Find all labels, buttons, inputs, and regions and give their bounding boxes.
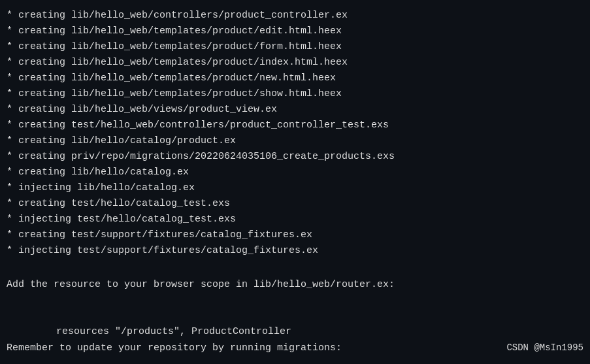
terminal-line-11: * injecting lib/hello/catalog.ex (7, 180, 583, 196)
blank-line-2 (7, 293, 583, 308)
terminal-line-10: * creating lib/hello/catalog.ex (7, 165, 583, 180)
terminal-line-9: * creating priv/repo/migrations/20220624… (7, 149, 583, 165)
terminal-line-15: * injecting test/support/fixtures/catalo… (7, 243, 583, 259)
terminal-line-8: * creating lib/hello/catalog/product.ex (7, 133, 583, 149)
terminal-line-7: * creating test/hello_web/controllers/pr… (7, 118, 583, 133)
terminal-line-2: * creating lib/hello_web/templates/produ… (7, 39, 583, 55)
terminal-line-13: * injecting test/hello/catalog_test.exs (7, 212, 583, 227)
csdn-badge: CSDN @MsIn1995 (506, 340, 583, 356)
blank-line-1 (7, 259, 583, 274)
blank-line-3 (7, 356, 583, 364)
terminal-line-3: * creating lib/hello_web/templates/produ… (7, 55, 583, 71)
terminal-line-1: * creating lib/hello_web/templates/produ… (7, 24, 583, 39)
terminal-line-12: * creating test/hello/catalog_test.exs (7, 196, 583, 212)
terminal-line-5: * creating lib/hello_web/templates/produ… (7, 86, 583, 102)
terminal-window: * creating lib/hello_web/controllers/pro… (0, 0, 590, 364)
terminal-line-6: * creating lib/hello_web/views/product_v… (7, 102, 583, 118)
remember-line: Remember to update your repository by ru… (7, 340, 583, 356)
resources-text: resources "/products", ProductController (56, 326, 291, 337)
terminal-line-14: * creating test/support/fixtures/catalog… (7, 227, 583, 243)
add-resource-line: Add the resource to your browser scope i… (7, 277, 583, 293)
remember-text: Remember to update your repository by ru… (7, 340, 342, 356)
terminal-line-0: * creating lib/hello_web/controllers/pro… (7, 8, 583, 24)
terminal-line-4: * creating lib/hello_web/templates/produ… (7, 71, 583, 86)
